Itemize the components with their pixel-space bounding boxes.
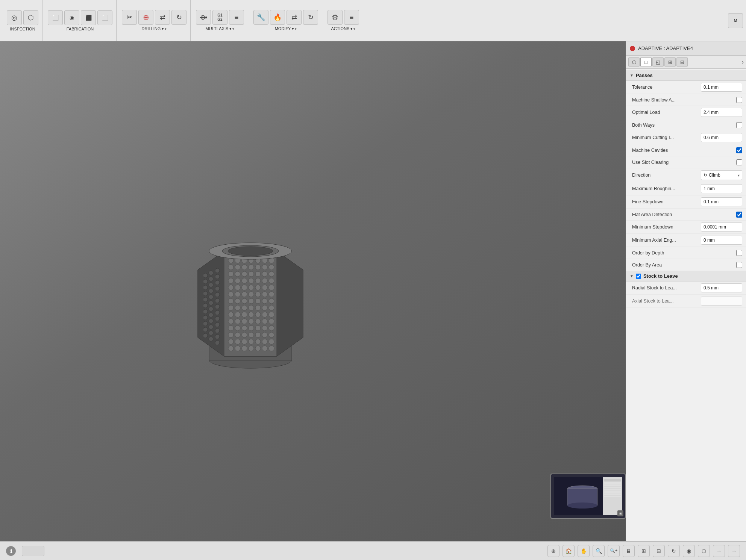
toolbar-btn-actions1[interactable]: ⚙ bbox=[328, 10, 343, 25]
toolbar-btn-drill1[interactable]: ✂ bbox=[122, 10, 137, 25]
status-btn-10[interactable]: ◉ bbox=[683, 545, 695, 557]
param-label-max-roughing: Maximum Roughin... bbox=[632, 186, 701, 191]
svg-point-82 bbox=[262, 325, 267, 331]
svg-point-40 bbox=[262, 285, 267, 290]
section-stock-to-leave[interactable]: ▼ Stock to Leave bbox=[626, 271, 746, 282]
svg-point-77 bbox=[228, 325, 234, 331]
toolbar-btn-modify2[interactable]: 🔥 bbox=[270, 10, 285, 25]
preview-thumbnail[interactable]: ⊞ bbox=[550, 474, 626, 519]
svg-point-19 bbox=[262, 265, 267, 270]
section-passes[interactable]: ▼ Passes bbox=[626, 70, 746, 81]
toolbar-dropdown-actions[interactable]: ACTIONS ▾ ▾ bbox=[331, 26, 356, 31]
panel-tabs: ⬡ □ ◱ ⊞ ⊟ › bbox=[626, 56, 746, 69]
param-checkbox-both-ways[interactable] bbox=[736, 122, 742, 128]
param-checkbox-order-area[interactable] bbox=[736, 262, 742, 268]
svg-point-16 bbox=[242, 265, 247, 270]
toolbar-btn-fab2[interactable]: ◉ bbox=[64, 10, 79, 25]
panel-chevron-icon[interactable]: › bbox=[742, 59, 744, 65]
viewport[interactable]: ⊞ bbox=[0, 41, 626, 541]
panel-tab-1[interactable]: ⬡ bbox=[628, 57, 640, 67]
status-btn-2[interactable]: 🏠 bbox=[563, 545, 575, 557]
param-row-min-stepdown: Minimum Stepdown bbox=[626, 221, 746, 234]
toolbar-btn-inspect2[interactable]: ⬡ bbox=[23, 10, 38, 25]
status-btn-8[interactable]: ⊟ bbox=[653, 545, 665, 557]
preview-corner-icon[interactable]: ⊞ bbox=[617, 510, 623, 516]
svg-point-105 bbox=[203, 273, 208, 278]
svg-point-70 bbox=[228, 319, 234, 324]
status-button[interactable] bbox=[22, 546, 44, 556]
toolbar-btn-fab4[interactable]: ⬜ bbox=[97, 10, 112, 25]
param-label-optimal-load: Optimal Load bbox=[632, 110, 701, 115]
param-checkbox-order-depth[interactable] bbox=[736, 250, 742, 256]
svg-point-25 bbox=[255, 271, 261, 277]
svg-point-44 bbox=[242, 292, 247, 297]
param-checkbox-machine-cavities[interactable] bbox=[736, 147, 742, 153]
param-input-min-stepdown[interactable] bbox=[701, 222, 742, 232]
param-input-min-cutting[interactable] bbox=[701, 133, 742, 142]
param-row-machine-shallow: Machine Shallow A... bbox=[626, 94, 746, 106]
toolbar-btn-drill2[interactable]: ⊕ bbox=[138, 10, 153, 25]
param-input-max-roughing[interactable] bbox=[701, 184, 742, 193]
toolbar-btn-multiaxis2[interactable]: G1G2 bbox=[212, 10, 227, 25]
status-btn-3[interactable]: ✋ bbox=[578, 545, 590, 557]
param-row-direction: Direction ↻ Climb ▾ bbox=[626, 168, 746, 182]
param-checkbox-machine-shallow[interactable] bbox=[736, 97, 742, 103]
toolbar-btn-modify4[interactable]: ↻ bbox=[303, 10, 318, 25]
svg-point-74 bbox=[255, 319, 261, 324]
toolbar-btn-inspect1[interactable]: ◎ bbox=[7, 10, 22, 25]
toolbar-dropdown-drilling[interactable]: DRILLING ▾ ▾ bbox=[142, 26, 167, 31]
toolbar-btn-drill3[interactable]: ⇄ bbox=[155, 10, 170, 25]
status-btn-1[interactable]: ⊕ bbox=[547, 545, 560, 557]
param-input-radial-stock[interactable] bbox=[701, 283, 742, 292]
toolbar-btn-modify1[interactable]: 🔧 bbox=[253, 10, 268, 25]
section-stock-checkbox[interactable] bbox=[636, 274, 641, 279]
toolbar-btn-more[interactable]: M bbox=[728, 13, 743, 28]
svg-point-134 bbox=[215, 304, 220, 309]
svg-point-61 bbox=[262, 305, 267, 310]
actions-dropdown-arrow: ▾ bbox=[353, 27, 355, 31]
svg-point-42 bbox=[228, 292, 234, 297]
status-btn-5[interactable]: 🔍± bbox=[608, 545, 620, 557]
toolbar-btn-drill4[interactable]: ↻ bbox=[171, 10, 186, 25]
param-checkbox-slot-clearing[interactable] bbox=[736, 159, 742, 165]
svg-point-111 bbox=[203, 309, 208, 314]
status-btn-6[interactable]: 🖥 bbox=[623, 545, 635, 557]
param-input-axial-stock[interactable] bbox=[701, 297, 742, 306]
status-btn-11[interactable]: ⬡ bbox=[698, 545, 710, 557]
toolbar-dropdown-multiaxis[interactable]: MULTI-AXIS ▾ ▾ bbox=[206, 26, 235, 31]
drilling-dropdown-arrow: ▾ bbox=[165, 27, 167, 31]
panel-scroll[interactable]: ▼ Passes Tolerance Machine Shallow A... … bbox=[626, 69, 746, 541]
param-input-optimal-load[interactable] bbox=[701, 108, 742, 117]
panel-tab-4[interactable]: ⊞ bbox=[664, 57, 676, 67]
toolbar-btn-actions2[interactable]: ≡ bbox=[344, 10, 359, 25]
svg-point-118 bbox=[209, 283, 213, 287]
svg-point-124 bbox=[209, 319, 213, 323]
param-input-tolerance[interactable] bbox=[701, 83, 742, 92]
toolbar-dropdown-modify[interactable]: MODIFY ▾ ▾ bbox=[275, 26, 297, 31]
toolbar-btn-multiaxis1[interactable]: ⟴ bbox=[196, 10, 211, 25]
panel-tab-3[interactable]: ◱ bbox=[652, 57, 664, 67]
param-input-fine-stepdown[interactable] bbox=[701, 197, 742, 206]
param-row-max-roughing: Maximum Roughin... bbox=[626, 182, 746, 195]
status-btn-12[interactable]: → bbox=[713, 545, 725, 557]
param-input-min-axial[interactable] bbox=[701, 236, 742, 245]
toolbar-btn-fab3[interactable]: ⬛ bbox=[81, 10, 96, 25]
svg-point-43 bbox=[235, 292, 240, 297]
status-btn-7[interactable]: ⊞ bbox=[638, 545, 650, 557]
svg-point-120 bbox=[209, 295, 213, 299]
status-btn-4[interactable]: 🔍 bbox=[593, 545, 605, 557]
status-btn-9[interactable]: ↻ bbox=[668, 545, 680, 557]
toolbar-btn-multiaxis3[interactable]: ≡ bbox=[229, 10, 244, 25]
svg-point-123 bbox=[209, 313, 213, 317]
status-info-icon[interactable]: ℹ bbox=[6, 546, 16, 556]
param-select-direction[interactable]: ↻ Climb ▾ bbox=[701, 170, 742, 180]
panel-tab-5[interactable]: ⊟ bbox=[676, 57, 688, 67]
svg-point-23 bbox=[242, 271, 247, 277]
toolbar-btn-fab1[interactable]: ⬜ bbox=[48, 10, 63, 25]
param-checkbox-flat-area[interactable] bbox=[736, 212, 742, 218]
panel-tab-2[interactable]: □ bbox=[640, 57, 652, 67]
status-btn-13[interactable]: → bbox=[728, 545, 740, 557]
svg-point-117 bbox=[209, 277, 213, 281]
toolbar-btn-modify3[interactable]: ⇄ bbox=[287, 10, 302, 25]
param-row-flat-area: Flat Area Detection bbox=[626, 209, 746, 221]
